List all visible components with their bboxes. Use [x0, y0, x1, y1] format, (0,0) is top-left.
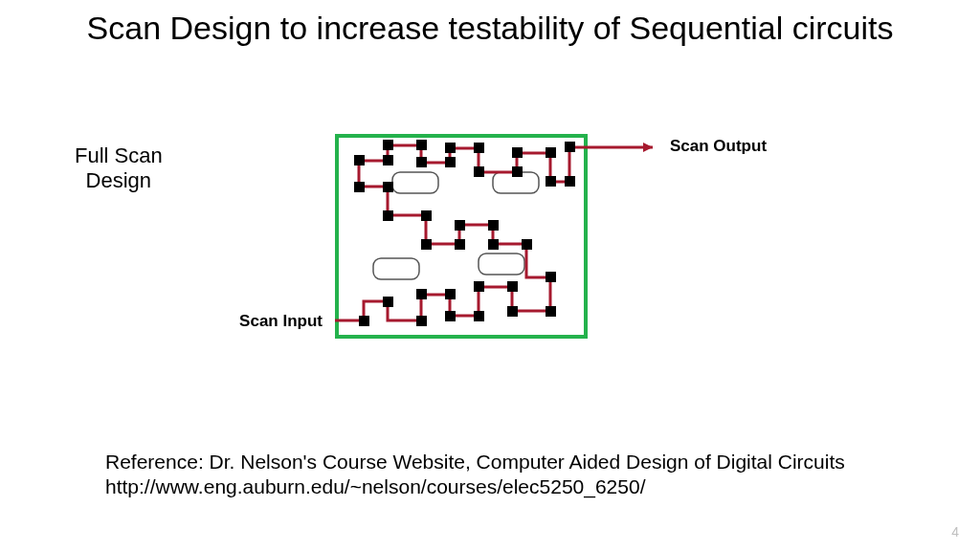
- logic-block-icon: [479, 253, 524, 275]
- svg-rect-10: [546, 306, 556, 317]
- svg-rect-13: [488, 239, 499, 250]
- svg-rect-16: [455, 239, 465, 250]
- svg-rect-1: [383, 297, 393, 307]
- svg-rect-20: [383, 182, 393, 192]
- svg-rect-28: [445, 143, 456, 153]
- logic-block-icon: [373, 258, 419, 279]
- svg-rect-22: [354, 155, 365, 165]
- svg-rect-9: [507, 306, 518, 317]
- svg-rect-27: [445, 157, 456, 167]
- svg-rect-12: [522, 239, 532, 250]
- page-number: 4: [951, 524, 959, 540]
- svg-rect-2: [416, 316, 427, 326]
- svg-rect-18: [421, 210, 432, 221]
- svg-rect-35: [565, 176, 575, 187]
- svg-rect-36: [565, 142, 575, 152]
- svg-rect-15: [455, 220, 465, 231]
- svg-rect-8: [507, 281, 518, 292]
- svg-rect-4: [445, 289, 456, 299]
- svg-rect-25: [416, 140, 427, 150]
- svg-rect-24: [383, 140, 393, 150]
- svg-rect-0: [359, 316, 369, 326]
- scan-chain-diagram: [335, 134, 670, 348]
- reference-line2: http://www.eng.auburn.edu/~nelson/course…: [105, 474, 845, 499]
- scan-chain-path: [339, 145, 586, 320]
- scan-output-arrow-head: [643, 143, 653, 152]
- svg-rect-23: [383, 155, 393, 165]
- scan-output-label: Scan Output: [670, 137, 767, 156]
- svg-rect-7: [474, 281, 484, 292]
- full-scan-line1: Full Scan: [75, 143, 163, 167]
- svg-rect-21: [354, 182, 365, 192]
- svg-rect-19: [383, 210, 393, 221]
- full-scan-design-label: Full Scan Design: [75, 143, 163, 194]
- svg-rect-3: [416, 289, 427, 299]
- svg-rect-33: [546, 147, 556, 158]
- svg-rect-11: [546, 272, 556, 282]
- reference-block: Reference: Dr. Nelson's Course Website, …: [105, 450, 845, 500]
- svg-rect-30: [474, 166, 484, 177]
- svg-rect-17: [421, 239, 432, 250]
- slide-title: Scan Design to increase testability of S…: [0, 10, 980, 47]
- svg-rect-29: [474, 143, 484, 153]
- svg-rect-26: [416, 157, 427, 167]
- svg-rect-14: [488, 220, 499, 231]
- svg-rect-31: [512, 166, 523, 177]
- logic-block-icon: [392, 172, 438, 193]
- svg-rect-6: [474, 311, 484, 321]
- reference-line1: Reference: Dr. Nelson's Course Website, …: [105, 450, 845, 474]
- svg-rect-5: [445, 311, 456, 321]
- svg-rect-32: [512, 147, 523, 158]
- scan-flipflops-group: [354, 140, 575, 326]
- full-scan-line2: Design: [86, 168, 151, 192]
- scan-input-label: Scan Input: [227, 312, 323, 331]
- svg-rect-34: [546, 176, 556, 187]
